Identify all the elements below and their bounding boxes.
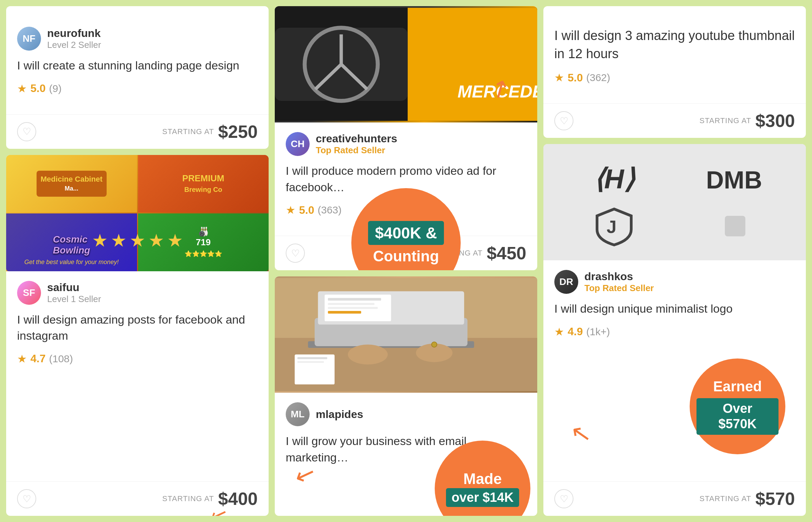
svg-rect-15	[328, 298, 381, 301]
column-2: MERCEDES CH creativehunters Top Rated Se…	[275, 6, 537, 516]
heart-button-creativehunters[interactable]: ♡	[286, 244, 305, 263]
price-neurofunk: $250	[218, 121, 258, 142]
starting-at-drashkos: STARTING AT	[700, 494, 752, 503]
card-footer-neurofunk: ♡ STARTING AT $250	[6, 114, 269, 149]
price-info-saifuu: STARTING AT $400	[162, 488, 258, 509]
seller-level-drashkos: Top Rated Seller	[584, 283, 654, 293]
price-drashkos: $570	[755, 488, 795, 509]
card-body-youtube: I will design 3 amazing youtube thumbnai…	[543, 17, 806, 103]
card-mlapides: ML mlapides I will grow your business wi…	[275, 276, 537, 516]
card-creativehunters: MERCEDES CH creativehunters Top Rated Se…	[275, 6, 537, 270]
star-icon-drashkos: ★	[554, 325, 564, 338]
heart-button-drashkos[interactable]: ♡	[554, 489, 573, 508]
seller-info-mlapides: ML mlapides	[286, 402, 526, 426]
svg-text:DMB: DMB	[706, 166, 762, 194]
rating-value-neurofunk: 5.0	[30, 82, 45, 95]
rating-youtube: ★ 5.0 (362)	[554, 71, 795, 84]
card-drashkos: ⟨H⟩ DMB J	[543, 144, 806, 516]
seller-details-saifuu: saifuu Level 1 Seller	[47, 281, 101, 304]
svg-rect-30	[297, 357, 327, 359]
seller-level-neurofunk: Level 2 Seller	[47, 40, 101, 50]
svg-rect-18	[328, 311, 361, 314]
card-image-laptop	[275, 276, 537, 393]
starting-at-neurofunk: STARTING AT	[162, 127, 214, 136]
seller-info-neurofunk: NF neurofunk Level 2 Seller	[17, 27, 258, 51]
price-info-youtube: STARTING AT $300	[700, 110, 795, 131]
card-image-saifuu: Medicine CabinetMa... PREMIUMBrewing Co …	[6, 155, 269, 271]
rating-value-creativehunters: 5.0	[299, 204, 314, 217]
starting-at-saifuu: STARTING AT	[162, 494, 214, 503]
svg-rect-21	[354, 348, 358, 356]
card-footer-drashkos: ♡ STARTING AT $570	[543, 481, 806, 516]
gig-title-neurofunk: I will create a stunning landing page de…	[17, 57, 258, 74]
rating-count-youtube: (362)	[586, 72, 610, 83]
heart-button-neurofunk[interactable]: ♡	[17, 122, 36, 141]
seller-info-drashkos: DR drashkos Top Rated Seller	[554, 270, 795, 294]
seller-details-drashkos: drashkos Top Rated Seller	[584, 270, 654, 293]
svg-rect-31	[297, 361, 324, 363]
logo-2: DMB	[704, 161, 766, 195]
avatar-saifuu: SF	[17, 281, 41, 305]
heart-button-saifuu[interactable]: ♡	[17, 489, 36, 508]
logo-4	[725, 216, 745, 236]
seller-name-mlapides: mlapides	[316, 408, 363, 421]
rating-drashkos: ★ 4.9 (1k+)	[554, 325, 795, 338]
seller-info-creativehunters: CH creativehunters Top Rated Seller	[286, 132, 526, 156]
svg-rect-24	[373, 346, 377, 355]
seller-level-saifuu: Level 1 Seller	[47, 294, 101, 304]
rating-count-saifuu: (108)	[49, 353, 73, 365]
card-body-saifuu: SF saifuu Level 1 Seller I will design a…	[6, 271, 269, 481]
bubble-570k: Earned Over $570K	[690, 358, 785, 454]
avatar-creativehunters: CH	[286, 132, 310, 156]
svg-text:⟨H⟩: ⟨H⟩	[594, 164, 636, 194]
svg-text:J: J	[607, 217, 617, 237]
rating-count-neurofunk: (9)	[49, 83, 62, 94]
avatar-neurofunk: NF	[17, 27, 41, 51]
rating-count-creativehunters: (363)	[317, 204, 341, 216]
rating-value-youtube: 5.0	[568, 71, 583, 84]
seller-name-creativehunters: creativehunters	[316, 132, 397, 145]
stars-row-saifuu: ★ ★ ★ ★ ★	[92, 230, 183, 251]
card-youtube: I will design 3 amazing youtube thumbnai…	[543, 6, 806, 138]
card-image-logos: ⟨H⟩ DMB J	[543, 144, 806, 260]
gig-title-drashkos: I will design unique minimalist logo	[554, 301, 795, 317]
svg-point-32	[432, 342, 437, 348]
rating-count-drashkos: (1k+)	[586, 326, 610, 338]
main-grid: NF neurofunk Level 2 Seller I will creat…	[0, 0, 812, 522]
card-neurofunk-body: NF neurofunk Level 2 Seller I will creat…	[6, 17, 269, 114]
rating-neurofunk: ★ 5.0 (9)	[17, 82, 258, 95]
seller-level-creativehunters: Top Rated Seller	[316, 145, 397, 156]
star-icon-creativehunters: ★	[286, 204, 296, 217]
price-creativehunters: $450	[487, 243, 526, 263]
svg-rect-1	[408, 8, 537, 121]
svg-rect-28	[439, 346, 443, 355]
avatar-drashkos: DR	[554, 270, 578, 294]
gig-title-saifuu: I will design amazing posts for facebook…	[17, 312, 258, 344]
svg-rect-17	[328, 307, 378, 309]
seller-details-creativehunters: creativehunters Top Rated Seller	[316, 132, 397, 156]
price-info-neurofunk: STARTING AT $250	[162, 121, 258, 142]
logo-1: ⟨H⟩	[590, 161, 638, 195]
star-icon-neurofunk: ★	[17, 82, 27, 95]
seller-details-mlapides: mlapides	[316, 408, 363, 421]
star-icon-youtube: ★	[554, 71, 564, 84]
seller-info-saifuu: SF saifuu Level 1 Seller	[17, 281, 258, 305]
svg-rect-26	[427, 345, 431, 355]
svg-rect-22	[361, 346, 365, 355]
rating-value-drashkos: 4.9	[568, 325, 583, 338]
starting-at-youtube: STARTING AT	[700, 116, 752, 125]
price-youtube: $300	[755, 110, 795, 131]
rating-value-saifuu: 4.7	[30, 352, 45, 365]
laptop-svg	[275, 276, 537, 393]
avatar-mlapides: ML	[286, 402, 310, 426]
svg-rect-23	[367, 345, 371, 355]
column-1: NF neurofunk Level 2 Seller I will creat…	[6, 6, 269, 516]
rating-saifuu: ★ 4.7 (108)	[17, 352, 258, 365]
card-neurofunk: NF neurofunk Level 2 Seller I will creat…	[6, 6, 269, 149]
seller-name-saifuu: saifuu	[47, 281, 101, 294]
column-3: I will design 3 amazing youtube thumbnai…	[543, 6, 806, 516]
seller-details-neurofunk: neurofunk Level 2 Seller	[47, 27, 101, 50]
card-saifuu: Medicine CabinetMa... PREMIUMBrewing Co …	[6, 155, 269, 516]
heart-button-youtube[interactable]: ♡	[554, 111, 573, 130]
seller-name-neurofunk: neurofunk	[47, 27, 101, 40]
